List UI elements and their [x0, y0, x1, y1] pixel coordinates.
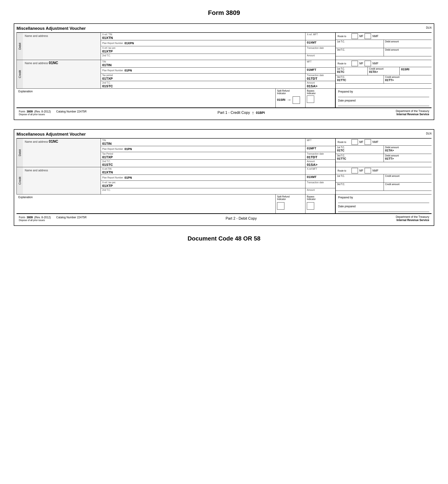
form1-date-prepared: Date prepared [338, 99, 429, 106]
form1-debit-debit-amt-cell: Debit amount [384, 40, 432, 48]
form2-dispose: Dispose of all prior issues [19, 219, 87, 222]
form1-debit-trans-date-cell: Transaction date [305, 46, 335, 54]
form2-prepared-by: Prepared by [338, 196, 429, 203]
form1-debit-row1: X-ref. TIN 01XTN X-ref. MFT [101, 33, 335, 40]
form1-credit-mft-cell: MFT [305, 60, 335, 67]
form1-credit-nmf-box [365, 61, 371, 66]
form2-title: Miscellaneous Adjustment Voucher [16, 132, 86, 137]
form1-part-label: Part 1 - Credit Copy ↑ 01BPI [217, 110, 265, 115]
form1-debit-2tc-cell: 2nd T.C. [101, 54, 305, 60]
form2-debit-name-addr: Name and address 01NC [23, 139, 101, 167]
form2-debit-mft-cell: MFT [305, 139, 335, 146]
form2-dln: DLN [426, 132, 432, 135]
form2-split-bypass: Split Refund Indicator Bypass Indicator [276, 194, 335, 213]
form2-header: Miscellaneous Adjustment Voucher DLN [16, 132, 432, 139]
form1-debit-xref-tax-cell: X-ref. tax per. 01XTP [101, 46, 305, 54]
form2-split-refund-label: Split Refund Indicator [277, 195, 304, 200]
form1-bpi-value: 01BPI [256, 111, 265, 115]
form2-debit-nmf-box [365, 139, 371, 145]
form1-credit-sri-cell: 01SRI [400, 67, 432, 75]
form1-prepared-by: Prepared by [338, 90, 429, 97]
form2-debit-trans-date-cell: Transaction date 01TDT [305, 152, 335, 159]
form2-debit-label: Debit [16, 139, 23, 167]
page-title: Form 3809 [14, 9, 434, 16]
form2-credit-right-panel: Route to MF NMF 1st T.C. Credit amount 3… [335, 167, 432, 194]
form1-dispose: Dispose of all prior issues [19, 113, 87, 116]
form1-credit-2tc-cell: 2nd T.C. 01STC [101, 81, 305, 88]
form2-debit-section: Debit Name and address 01NC TIN 01TIN [16, 139, 432, 167]
form1-credit-credit-amt2-cell: Credit amount 01TT> [384, 75, 432, 83]
form2-credit-name-fields: Name and address X-ref.TIN 01XTN X-ref.M… [23, 167, 335, 194]
form2-credit-credit-amt-cell: Credit amount [384, 174, 432, 182]
form1-credit-3tc-row: 3rd T.C. 01TTC Credit amount 01TT> [336, 75, 432, 84]
form1-credit-route: Route to MF NMF [336, 60, 432, 67]
form2-split-refund-box [277, 202, 284, 210]
form1-credit-row1: TIN 01TIN MFT [101, 60, 335, 68]
form2-bypass-box [307, 202, 314, 210]
form2-credit-row2: Plan Report Number 01PN 01XMT [101, 175, 335, 181]
form1-credit-row3: Tax period 01TXP Transaction date 01TDT [101, 73, 335, 81]
form1-debit-row2: Plan Report Number 01XPN 01XMT [101, 40, 335, 46]
form1-debit-1tc-row: 1st T.C. Debit amount [336, 40, 432, 48]
form2-bypass-label: Bypass Indicator [307, 195, 334, 200]
form2-bypass-cell: Bypass Indicator [305, 194, 335, 213]
form1-debit-amount-cell: Amount [305, 54, 335, 60]
form1-split-refund-box [293, 96, 300, 104]
form1-credit-tax-period-cell: Tax period 01TXP [101, 73, 305, 81]
form1-debit-1tc-cell: 1st T.C. [336, 40, 384, 48]
form1-credit-name-addr: Name and address 01NC [23, 60, 101, 88]
form1-split-refund-cell: Split Refund Indicator 01SRI → [276, 89, 305, 107]
form2-debit-fields: TIN 01TIN MFT Plan Report Number 01PN [101, 139, 335, 167]
form1-debit-xref-tin-cell: X-ref. TIN 01XTN [101, 33, 305, 40]
form2-credit-xref-tin-cell: X-ref.TIN 01XTN [101, 167, 305, 175]
form1-credit-plan-val2-cell: 01MFT [305, 68, 335, 73]
form2-debit-3tc-row: 3rd T.C. 01TTC Debit amount 01TT> [336, 154, 432, 162]
form1-debit-mf-box [352, 33, 358, 39]
form2-debit-amount-cell: Amount 01SA> [305, 160, 335, 167]
form1-debit-fields: X-ref. TIN 01XTN X-ref. MFT Plan Report … [101, 33, 335, 60]
form1-debit-plan-val2-cell: 01XMT [305, 40, 335, 46]
form2-debit-row1: TIN 01TIN MFT [101, 139, 335, 146]
form2-footer: Form 3809 (Rev. 8-2012) Catalog Number 2… [16, 214, 432, 223]
form1-debit-debit-amt2-cell: Debit amount [384, 48, 432, 56]
form1-credit-label: Credit [16, 60, 23, 88]
form2-prepared-area: Prepared by Date prepared [335, 194, 432, 213]
form2-debit-2tc-cell: 2nd T.C. 01STC [101, 160, 305, 167]
form1-credit-right-panel: Route to MF NMF 1st T.C. 01TC Credit amo… [335, 60, 432, 88]
form1-split-refund-label: Split Refund Indicator [277, 90, 304, 95]
form1-wrapper: Miscellaneous Adjustment Voucher DLN Deb… [14, 23, 434, 120]
form2-debit-debit-amt2-cell: Debit amount 01TT> [384, 154, 432, 162]
form2-debit-plan-val2-cell: 01MFT [305, 146, 335, 152]
form1-bypass-cell: Bypass Indicator [305, 89, 335, 107]
form1-credit-fields: TIN 01TIN MFT Plan Report Number 01PN [101, 60, 335, 88]
form2-debit-row3: Tax Period 01TXP Transaction date 01TDT [101, 152, 335, 160]
form1-credit-tin-cell: TIN 01TIN [101, 60, 305, 67]
form1-debit-row3: X-ref. tax per. 01XTP Transaction date [101, 46, 335, 54]
form1-split-bypass: Split Refund Indicator 01SRI → Bypass In… [276, 89, 335, 107]
form1-debit-name-addr: Name and address [23, 33, 101, 60]
form1-debit-xref-mft-cell: X-ref. MFT [305, 33, 335, 40]
form2-credit-route: Route to MF NMF [336, 167, 432, 174]
form1-footer-right: Department of the Treasury Internal Reve… [396, 110, 429, 116]
form1-credit-trans-date-cell: Transaction date 01TDT [305, 73, 335, 81]
form2-credit-trans-date-cell: Transaction date [305, 181, 335, 188]
form2-footer-right: Department of the Treasury Internal Reve… [396, 215, 429, 222]
form1-debit-label: Debit [16, 33, 23, 60]
form1-explanation-label: Explanation [18, 90, 33, 93]
form1-sri-indicator: 01SRI → [277, 95, 304, 104]
form1-debit-row4: 2nd T.C. Amount [101, 54, 335, 60]
form1-prepared-by-label: Prepared by [338, 90, 429, 93]
form2-debit-debit-amt-cell: Debit amount 01TA> [384, 146, 432, 154]
form1-debit-nmf-box [365, 33, 371, 39]
form2-debit-plan-cell: Plan Report Number 01PN [101, 146, 305, 152]
form2-debit-row2: Plan Report Number 01PN 01MFT [101, 146, 335, 152]
form1-credit-1tc-label-cell: 1st T.C. 01TC [336, 67, 368, 75]
form2-credit-2tc-cell: 2nd T.C. [101, 188, 305, 194]
form2-debit-right-panel: Route to MF NMF 1st T.C. 01TC Debit amou… [335, 139, 432, 167]
form2-bottom: Explanation Split Refund Indicator Bypas… [16, 194, 432, 214]
form2-credit-mf-box [352, 168, 358, 173]
form1-credit-section: Credit Name and address 01NC TIN 01TIN [16, 60, 432, 89]
form1-footer-left: Form 3809 (Rev. 8-2012) Catalog Number 2… [19, 110, 87, 116]
form2-debit-mf-box [352, 139, 358, 145]
form2-footer-ref: Form 3809 (Rev. 8-2012) Catalog Number 2… [19, 216, 87, 219]
